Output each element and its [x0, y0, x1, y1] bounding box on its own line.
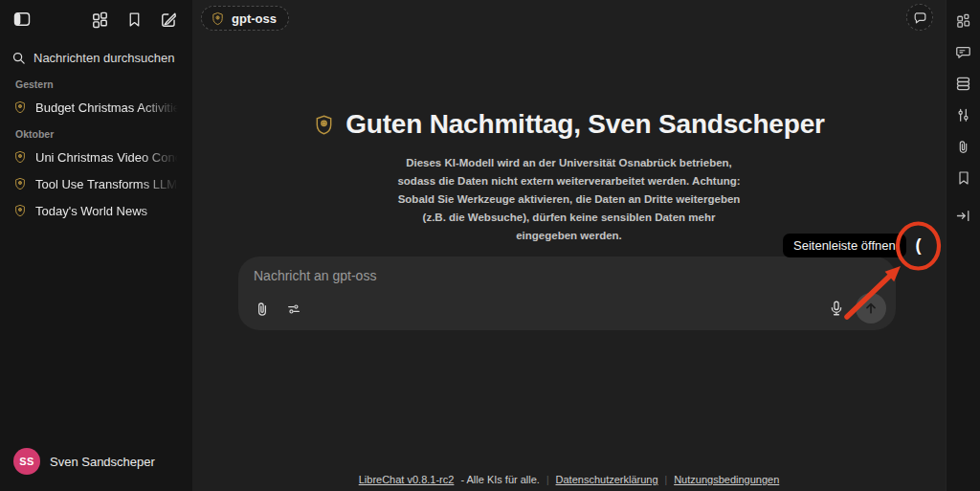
tooltip-open-sidebar: Seitenleiste öffnen	[783, 234, 906, 257]
search-icon	[11, 51, 26, 65]
bookmark-panel-icon[interactable]	[951, 166, 976, 190]
attach-file-icon[interactable]	[250, 297, 275, 322]
chat-bubble-icon	[913, 11, 927, 25]
model-selector-pill[interactable]: gpt-oss	[201, 6, 289, 31]
model-pill-label: gpt-oss	[232, 11, 277, 26]
terms-link[interactable]: Nutzungsbedingungen	[674, 474, 779, 485]
chat-title: Tool Use Transforms LLM C	[35, 177, 181, 191]
section-label-october: Oktober	[15, 128, 54, 140]
librechat-app: Nachrichten durchsuchen Gestern Budget C…	[0, 0, 980, 491]
tools-sliders-icon[interactable]	[281, 297, 306, 322]
composer-right-actions	[824, 293, 886, 324]
open-right-sidebar-button[interactable]: (	[904, 232, 932, 259]
footer: LibreChat v0.8.1-rc2 - Alle KIs für alle…	[192, 474, 946, 485]
section-label-yesterday: Gestern	[15, 78, 54, 90]
sidebar-toggle-icon[interactable]	[10, 7, 34, 32]
blocks-icon[interactable]	[951, 8, 976, 33]
footer-tagline: - Alle KIs für alle.	[460, 474, 540, 485]
new-chat-icon[interactable]	[156, 7, 181, 32]
greeting-heading: Guten Nachmittag, Sven Sandscheper	[345, 109, 824, 140]
model-shield-icon	[13, 177, 27, 190]
model-shield-icon	[313, 114, 335, 136]
temporary-chat-button[interactable]	[906, 4, 933, 31]
chat-item[interactable]: Budget Christmas Activities	[8, 95, 186, 120]
search-messages[interactable]: Nachrichten durchsuchen	[11, 45, 182, 70]
model-notice: Dieses KI-Modell wird an der Universität…	[192, 154, 946, 245]
footer-separator: |	[665, 475, 668, 485]
message-composer	[238, 257, 896, 330]
database-stack-icon[interactable]	[951, 71, 976, 96]
sidebar-header-actions	[87, 7, 181, 32]
microphone-icon[interactable]	[824, 296, 849, 321]
left-sidebar: Nachrichten durchsuchen Gestern Budget C…	[0, 0, 192, 491]
send-button[interactable]	[856, 293, 886, 324]
user-menu[interactable]: SS Sven Sandscheper	[8, 444, 186, 479]
version-link[interactable]: LibreChat v0.8.1-rc2	[359, 474, 455, 485]
apps-grid-icon[interactable]	[87, 7, 112, 32]
sidebar-header	[0, 0, 192, 38]
attachments-paperclip-icon[interactable]	[951, 134, 976, 159]
composer-left-actions	[250, 297, 306, 322]
search-label: Nachrichten durchsuchen	[33, 51, 174, 65]
chat-item[interactable]: Today's World News	[8, 198, 186, 223]
user-name: Sven Sandscheper	[50, 455, 155, 469]
chat-title: Budget Christmas Activities	[35, 100, 181, 115]
chat-title: Today's World News	[35, 204, 181, 218]
message-input[interactable]	[254, 268, 751, 283]
privacy-link[interactable]: Datenschutzerklärung	[556, 474, 658, 485]
message-panel-icon[interactable]	[951, 39, 976, 64]
chat-title: Uni Christmas Video Concep	[35, 150, 181, 165]
chat-item[interactable]: Uni Christmas Video Concep	[8, 145, 186, 169]
model-shield-icon	[13, 100, 27, 114]
bookmarks-icon[interactable]	[122, 7, 146, 32]
chat-item[interactable]: Tool Use Transforms LLM C	[8, 171, 186, 196]
parameters-sliders-icon[interactable]	[951, 102, 976, 127]
footer-separator: |	[546, 475, 549, 485]
greeting-row: Guten Nachmittag, Sven Sandscheper	[192, 109, 946, 140]
avatar: SS	[13, 448, 40, 475]
model-shield-icon	[13, 204, 27, 217]
right-sidebar-rail	[946, 0, 980, 491]
model-shield-icon	[211, 11, 225, 26]
collapse-panel-icon[interactable]	[951, 203, 976, 228]
arrow-up-icon	[863, 301, 879, 316]
model-shield-icon	[13, 150, 27, 164]
